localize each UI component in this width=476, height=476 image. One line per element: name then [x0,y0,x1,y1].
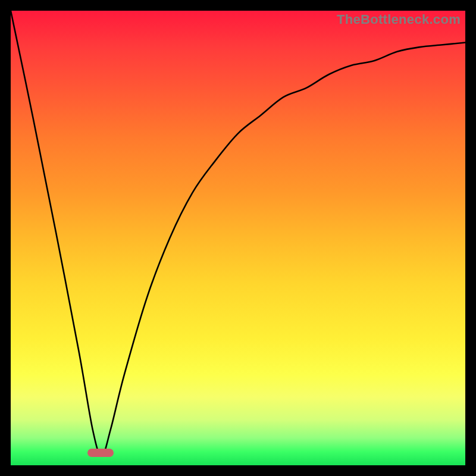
curve-path [11,11,465,456]
optimum-marker [87,449,114,457]
bottleneck-curve [11,11,465,465]
chart-plot-area: TheBottleneck.com [11,11,465,465]
chart-frame: TheBottleneck.com [0,0,476,476]
watermark-text: TheBottleneck.com [337,12,461,27]
